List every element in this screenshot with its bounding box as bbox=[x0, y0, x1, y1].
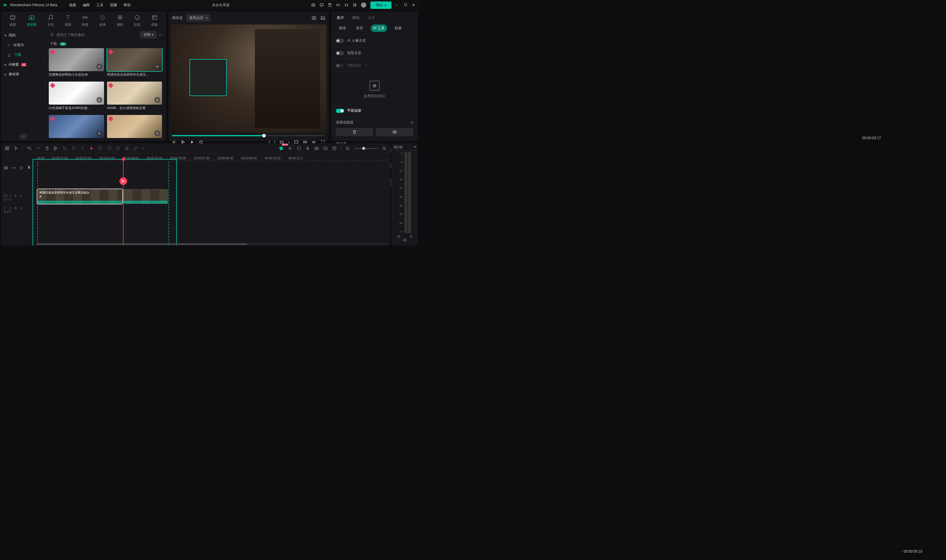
media-item[interactable]: +ASMR，自主感覺經絡反應 bbox=[107, 82, 162, 112]
cursor-tool-icon[interactable] bbox=[14, 146, 18, 151]
marker-icon[interactable] bbox=[26, 166, 31, 170]
menu-help[interactable]: 幫助 bbox=[123, 3, 131, 8]
subtab-basic[interactable]: 基礎 bbox=[336, 25, 348, 32]
tab-filters[interactable]: 濾鏡 bbox=[117, 14, 123, 27]
toggle-ai-portrait[interactable] bbox=[336, 39, 344, 43]
timeline-tracks[interactable]: 00:00 00:00:01:00 00:00:02:00 00:00:03:0… bbox=[35, 154, 390, 246]
zoom-slider[interactable] bbox=[354, 148, 378, 149]
link-icon[interactable] bbox=[133, 146, 138, 151]
media-item[interactable]: +芭蕾舞老師幫助小女孩拉伸 bbox=[49, 48, 104, 78]
delete-tracker-button[interactable] bbox=[336, 128, 373, 136]
screenshot-icon[interactable] bbox=[311, 3, 316, 7]
inspector-tab-speed[interactable]: 速度 bbox=[368, 15, 375, 20]
zoom-knob[interactable] bbox=[362, 147, 365, 150]
delete-icon[interactable] bbox=[45, 146, 49, 151]
redo-icon[interactable] bbox=[36, 146, 40, 151]
more-tools-icon[interactable]: › bbox=[142, 146, 143, 151]
sparkles-icon[interactable] bbox=[288, 146, 293, 151]
tab-stock[interactable]: 素材庫 bbox=[27, 14, 37, 27]
maximize-icon[interactable] bbox=[404, 3, 408, 7]
help-icon[interactable]: ⓘ bbox=[364, 63, 368, 68]
shield-icon[interactable] bbox=[296, 146, 301, 151]
display-icon[interactable] bbox=[320, 3, 324, 7]
subtab-mask[interactable]: 遮罩 bbox=[354, 25, 365, 32]
mute-icon[interactable] bbox=[20, 206, 23, 210]
lock-icon[interactable] bbox=[14, 206, 17, 210]
seek-bar[interactable] bbox=[172, 135, 325, 136]
subtitle-icon[interactable] bbox=[314, 146, 319, 151]
crop-icon[interactable] bbox=[62, 146, 67, 151]
out-point-marker[interactable] bbox=[168, 162, 169, 246]
audio-edit-icon[interactable] bbox=[71, 146, 76, 151]
compare-view-icon[interactable] bbox=[311, 16, 316, 20]
tab-audio[interactable]: 音頻 bbox=[47, 14, 54, 27]
support-icon[interactable] bbox=[344, 3, 348, 7]
filter-all-dropdown[interactable]: 全部▾ bbox=[140, 31, 157, 38]
image-icon[interactable] bbox=[320, 16, 325, 20]
magnet-icon[interactable] bbox=[19, 166, 24, 170]
tab-titles[interactable]: 標題 bbox=[65, 14, 71, 27]
menu-view[interactable]: 視圖 bbox=[110, 3, 117, 8]
tab-templates[interactable]: 模板 bbox=[151, 14, 158, 27]
inspector-tab-video[interactable]: 影片 bbox=[337, 15, 344, 20]
add-icon[interactable]: + bbox=[154, 97, 160, 103]
timeline-clip[interactable] bbox=[123, 189, 168, 204]
minimize-icon[interactable]: ─ bbox=[396, 3, 400, 7]
color-icon[interactable] bbox=[107, 146, 111, 151]
menu-tools[interactable]: 工具 bbox=[96, 3, 103, 8]
preview-viewport[interactable] bbox=[171, 25, 327, 133]
speed-icon[interactable] bbox=[98, 146, 103, 151]
add-icon[interactable]: + bbox=[154, 63, 160, 69]
inspector-tab-color[interactable]: 顏色 bbox=[352, 15, 359, 20]
sidebar-item-favorites[interactable]: ☆收藏夾 bbox=[1, 40, 46, 50]
reset-tracker-icon[interactable]: ↺ bbox=[410, 121, 413, 125]
text-timeline-icon[interactable] bbox=[80, 146, 85, 151]
select-tool-icon[interactable] bbox=[5, 146, 9, 151]
sidebar-head-mine[interactable]: ▾我的 bbox=[1, 31, 46, 40]
video-track-header[interactable]: 1 bbox=[3, 194, 33, 197]
add-icon[interactable]: + bbox=[96, 97, 102, 103]
zoom-in-icon[interactable] bbox=[382, 146, 387, 151]
tab-media[interactable]: 媒體 bbox=[9, 14, 16, 27]
auto-reframe-icon[interactable] bbox=[125, 146, 129, 151]
timeline-scrollbar[interactable] bbox=[37, 243, 388, 245]
toggle-motion-tracking[interactable] bbox=[336, 63, 344, 68]
undo-icon[interactable] bbox=[27, 146, 32, 151]
track-add-icon[interactable] bbox=[3, 166, 8, 170]
add-icon[interactable]: + bbox=[154, 130, 160, 136]
sidebar-item-ai-paint[interactable]: ▸AI繪畫AI bbox=[1, 60, 46, 69]
apps-icon[interactable] bbox=[353, 3, 357, 7]
close-icon[interactable]: ✕ bbox=[412, 3, 416, 7]
record-icon[interactable] bbox=[89, 146, 94, 151]
quality-dropdown[interactable]: 最高品質▾ bbox=[186, 14, 210, 22]
sidebar-item-downloads[interactable]: 下載 bbox=[1, 50, 46, 60]
split-icon[interactable] bbox=[54, 146, 58, 151]
more-options-icon[interactable]: ⋯ bbox=[159, 33, 163, 37]
lock-icon[interactable] bbox=[14, 194, 17, 197]
seek-knob[interactable] bbox=[262, 134, 266, 137]
media-item[interactable]: + bbox=[107, 115, 162, 141]
show-tracker-button[interactable] bbox=[376, 128, 413, 136]
marker-list-icon[interactable] bbox=[332, 146, 337, 151]
menu-edit[interactable]: 編輯 bbox=[83, 3, 90, 8]
sidebar-collapse-button[interactable]: ‹ bbox=[20, 134, 27, 139]
media-item[interactable]: +网课结束后老师和学生相互... bbox=[107, 48, 162, 78]
tab-effects[interactable]: 效果 bbox=[99, 14, 106, 27]
add-icon[interactable]: + bbox=[96, 63, 102, 69]
tab-transitions[interactable]: 轉場 bbox=[82, 14, 88, 27]
mute-icon[interactable] bbox=[20, 194, 23, 197]
playhead-cut-button[interactable] bbox=[119, 177, 127, 185]
chevron-down-icon[interactable]: ▾ bbox=[414, 145, 416, 149]
render-icon[interactable] bbox=[323, 146, 328, 151]
tab-stickers[interactable]: 貼紙 bbox=[134, 14, 140, 27]
subtab-ai-tools[interactable]: AI 工具 bbox=[371, 25, 387, 32]
search-input[interactable] bbox=[57, 33, 137, 37]
planar-track-box[interactable] bbox=[190, 59, 227, 96]
add-icon[interactable]: + bbox=[96, 130, 102, 136]
cloud-icon[interactable] bbox=[336, 3, 340, 7]
user-avatar[interactable] bbox=[361, 2, 366, 8]
menu-file[interactable]: 檔案 bbox=[69, 3, 76, 8]
mic-icon[interactable] bbox=[305, 146, 310, 151]
ai-copilot-icon[interactable] bbox=[279, 146, 283, 151]
media-item[interactable]: +白色漁網手套是ASMR的最... bbox=[49, 82, 104, 112]
